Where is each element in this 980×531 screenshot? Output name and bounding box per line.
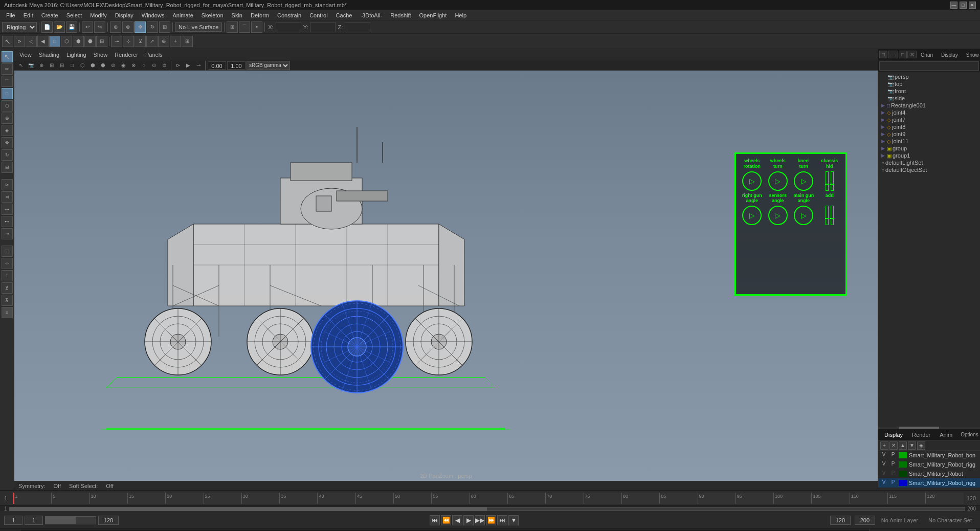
menu-skeleton[interactable]: Skeleton xyxy=(197,11,228,19)
snap-point-button[interactable]: • xyxy=(251,21,262,33)
vp-t10[interactable]: ◉ xyxy=(119,61,128,70)
outliner-item-group[interactable]: ▶ ▣ group xyxy=(879,145,979,152)
menu-constrain[interactable]: Constrain xyxy=(273,11,305,19)
l11[interactable]: ⊳ xyxy=(2,179,13,190)
panel-icon-1[interactable]: □ xyxy=(879,51,887,58)
menu-openflight[interactable]: OpenFlight xyxy=(415,11,451,19)
outliner-item-joint7[interactable]: ▶ ◇ joint7 xyxy=(879,116,979,123)
range-slider[interactable] xyxy=(45,516,96,524)
layers-options[interactable]: Options xyxy=(959,432,980,437)
cp-ctrl-6[interactable]: ▷ xyxy=(794,206,813,225)
rotate-tool-button[interactable]: ↻ xyxy=(147,21,158,33)
outliner-item-group1[interactable]: ▶ ▣ group1 xyxy=(879,152,979,159)
cp-ctrl-3[interactable]: ▷ xyxy=(794,171,813,191)
mode-select[interactable]: Rigging xyxy=(2,22,37,32)
next-key-button[interactable]: ⏩ xyxy=(486,515,496,525)
vp-t14[interactable]: ⊚ xyxy=(160,61,169,70)
menu-cache[interactable]: Cache xyxy=(332,11,357,19)
t13[interactable]: ⊕ xyxy=(158,36,169,47)
panel-icon-3[interactable]: □ xyxy=(899,51,907,58)
vp-t11[interactable]: ⊗ xyxy=(129,61,138,70)
t7[interactable]: ⬣ xyxy=(84,36,96,47)
shading-menu[interactable]: Shading xyxy=(36,51,62,59)
start-frame-input[interactable] xyxy=(4,516,23,525)
layer-new-btn[interactable]: + xyxy=(880,441,888,450)
vp-t1[interactable]: 📷 xyxy=(27,61,36,70)
current-frame-input[interactable] xyxy=(25,516,43,525)
l10[interactable]: ⊞ xyxy=(2,162,13,173)
sculpt-button[interactable]: ⌒ xyxy=(2,76,13,87)
cp-slider-v1[interactable] xyxy=(826,171,829,191)
t6[interactable]: ⬢ xyxy=(73,36,84,47)
vp-t9[interactable]: ⊘ xyxy=(108,61,118,70)
panel-close[interactable]: ✕ xyxy=(907,51,917,58)
y-field[interactable] xyxy=(310,22,336,32)
display-tab-layers[interactable]: Display xyxy=(880,431,907,439)
l4[interactable]: □ xyxy=(2,88,13,99)
select-mode-button[interactable]: ↖ xyxy=(2,51,13,62)
cp-slider-v3[interactable] xyxy=(826,206,829,225)
l5[interactable]: ⬡ xyxy=(2,100,13,112)
layer-p-3[interactable]: P xyxy=(889,470,897,477)
layer-name-3[interactable]: Smart_Military_Robot xyxy=(909,471,978,477)
cp-ctrl-4[interactable]: ▷ xyxy=(742,206,762,225)
renderer-menu[interactable]: Renderer xyxy=(112,51,141,59)
select-tool-button[interactable]: ⊕ xyxy=(110,21,121,33)
outliner-item-joint11[interactable]: ▶ ◇ joint11 xyxy=(879,138,979,145)
anim-tab-layers[interactable]: Anim xyxy=(936,431,956,439)
vp-t15[interactable]: ⊳ xyxy=(173,61,183,70)
vp-t3[interactable]: ⊞ xyxy=(47,61,56,70)
layer-sel-btn[interactable]: ◈ xyxy=(917,441,925,450)
t4[interactable]: □ xyxy=(49,36,60,47)
menu-windows[interactable]: Windows xyxy=(138,11,169,19)
vp-t5[interactable]: □ xyxy=(68,61,77,70)
l13[interactable]: ⊶ xyxy=(2,204,13,215)
menu-file[interactable]: File xyxy=(2,11,19,19)
layer-p-2[interactable]: P xyxy=(889,461,897,468)
redo-button[interactable]: ↪ xyxy=(94,21,105,33)
close-button[interactable]: ✕ xyxy=(969,2,976,9)
go-to-end-button[interactable]: ⏭ xyxy=(497,515,507,525)
l18[interactable]: ⊺ xyxy=(2,270,13,281)
arrow-tool[interactable]: ↖ xyxy=(2,36,13,47)
t15[interactable]: ⊞ xyxy=(182,36,193,47)
outliner-item-joint9[interactable]: ▶ ◇ joint9 xyxy=(879,130,979,138)
l6[interactable]: ⊕ xyxy=(2,113,13,124)
z-field[interactable] xyxy=(345,22,370,32)
l20[interactable]: ⊼ xyxy=(2,295,13,306)
panels-menu[interactable]: Panels xyxy=(142,51,166,59)
show-menu[interactable]: Show xyxy=(91,51,111,59)
vp-select-btn[interactable]: ↖ xyxy=(16,61,26,70)
go-to-start-button[interactable]: ⏮ xyxy=(430,515,440,525)
minimize-button[interactable]: — xyxy=(950,2,957,9)
layer-delete-btn[interactable]: ✕ xyxy=(889,441,898,450)
outliner-item-rectangle001[interactable]: ▶ □ Rectangle001 xyxy=(879,102,979,109)
gamma-select[interactable]: sRGB gamma xyxy=(247,61,290,70)
menu-redshift[interactable]: Redshift xyxy=(386,11,415,19)
vp-t6[interactable]: ⬡ xyxy=(78,61,87,70)
cp-ctrl-5[interactable]: ▷ xyxy=(768,206,788,225)
step-forward-button[interactable]: ▶▶ xyxy=(475,515,485,525)
layer-v-2[interactable]: V xyxy=(880,461,887,468)
l12[interactable]: ⊲ xyxy=(2,191,13,203)
open-scene-button[interactable]: 📂 xyxy=(54,21,65,33)
undo-button[interactable]: ↩ xyxy=(82,21,93,33)
l14[interactable]: ⊷ xyxy=(2,216,13,227)
lighting-menu[interactable]: Lighting xyxy=(63,51,90,59)
layer-name-1[interactable]: Smart_Military_Robot_bon xyxy=(909,452,978,458)
panel-icon-2[interactable]: — xyxy=(888,51,898,58)
render-tab-layers[interactable]: Render xyxy=(908,431,934,439)
t12[interactable]: ↗ xyxy=(146,36,158,47)
layer-v-4[interactable]: V xyxy=(880,479,887,486)
mel-input[interactable] xyxy=(20,529,870,532)
outliner-item-joint8[interactable]: ▶ ◇ joint8 xyxy=(879,123,979,130)
lasso-button[interactable]: ⊗ xyxy=(122,21,133,33)
outliner-item-side[interactable]: 📷 side xyxy=(885,95,979,102)
outliner-item-joint4[interactable]: ▶ ◇ joint4 xyxy=(879,109,979,116)
vp-t7[interactable]: ⬢ xyxy=(88,61,97,70)
l8[interactable]: ✥ xyxy=(2,137,13,148)
range-bar[interactable] xyxy=(9,507,966,511)
t3[interactable]: ◀ xyxy=(37,36,49,47)
layer-v-3[interactable]: V xyxy=(880,470,887,477)
l21[interactable]: ≡ xyxy=(2,307,13,318)
